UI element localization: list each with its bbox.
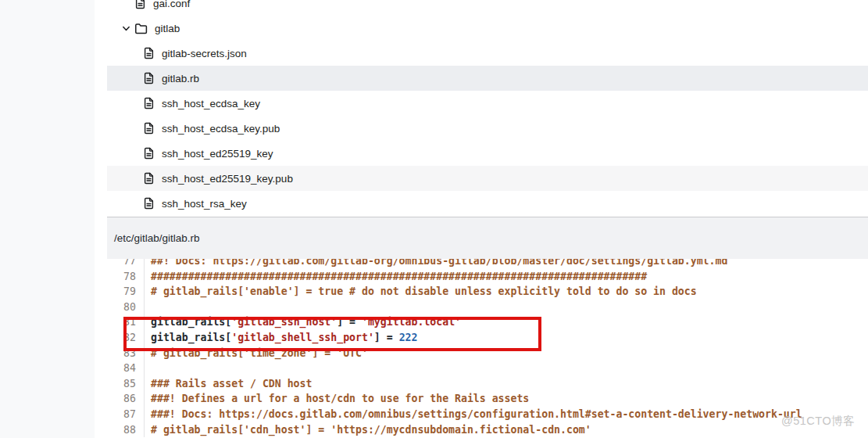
line-number[interactable]: 85 bbox=[107, 376, 145, 392]
code-viewer: 77##! Docs: https://gitlab.com/gitlab-or… bbox=[107, 259, 868, 438]
line-number[interactable]: 77 bbox=[107, 259, 145, 269]
code-line: 77##! Docs: https://gitlab.com/gitlab-or… bbox=[107, 259, 868, 269]
folder-icon bbox=[134, 23, 148, 34]
code-line: 86###! Defines a url for a host/cdn to u… bbox=[107, 391, 868, 407]
tree-item-label: ssh_host_ecdsa_key bbox=[162, 98, 260, 110]
code-line-text: ### Rails asset / CDN host bbox=[145, 376, 312, 392]
file-icon bbox=[143, 122, 155, 135]
tree-item-ssh-host-ed25519-key-pub[interactable]: ssh_host_ed25519_key.pub bbox=[107, 166, 868, 191]
line-number[interactable]: 86 bbox=[107, 391, 145, 407]
code-line-text: ##! Docs: https://gitlab.com/gitlab-org/… bbox=[145, 259, 727, 269]
line-number[interactable]: 87 bbox=[107, 407, 145, 422]
tree-item-ssh-host-rsa-key[interactable]: ssh_host_rsa_key bbox=[107, 191, 868, 216]
tree-item-label: gitlab.rb bbox=[162, 73, 199, 84]
code-line-text: ###! Docs: https://docs.gitlab.com/omnib… bbox=[145, 407, 802, 422]
tree-item-gitlab-secrets-json[interactable]: gitlab-secrets.json bbox=[107, 41, 868, 66]
code-line: 80 bbox=[107, 300, 868, 315]
code-line-text: gitlab_rails['gitlab_ssh_host'] = 'mygit… bbox=[145, 314, 461, 330]
line-number[interactable]: 84 bbox=[107, 361, 145, 376]
tree-item-label: gitlab bbox=[155, 23, 180, 34]
code-line-text: # gitlab_rails['time_zone'] = 'UTC' bbox=[145, 346, 368, 361]
line-number[interactable]: 82 bbox=[107, 330, 145, 346]
file-icon bbox=[143, 147, 155, 160]
file-icon bbox=[143, 72, 155, 84]
tree-item-label: ssh_host_ed25519_key bbox=[162, 148, 273, 160]
code-line-text: ########################################… bbox=[145, 269, 647, 285]
tree-item-ssh-host-ecdsa-key-pub[interactable]: ssh_host_ecdsa_key.pub bbox=[107, 116, 868, 141]
page-left-gutter bbox=[0, 0, 95, 438]
file-tree: gai.confgitlabgitlab-secrets.jsongitlab.… bbox=[107, 0, 868, 217]
tree-item-label: ssh_host_ecdsa_key.pub bbox=[162, 123, 280, 135]
code-line: 88# gitlab_rails['cdn_host'] = 'https://… bbox=[107, 422, 868, 438]
file-icon bbox=[134, 0, 146, 9]
file-icon bbox=[143, 47, 155, 59]
file-path: /etc/gitlab/gitlab.rb bbox=[114, 232, 200, 244]
file-viewer-panel: gai.confgitlabgitlab-secrets.jsongitlab.… bbox=[107, 0, 868, 438]
code-line-text: gitlab_rails['gitlab_shell_ssh_port'] = … bbox=[145, 330, 417, 346]
tree-item-label: gai.conf bbox=[153, 0, 190, 9]
code-line: 82gitlab_rails['gitlab_shell_ssh_port'] … bbox=[107, 330, 868, 346]
line-number[interactable]: 78 bbox=[107, 269, 145, 285]
code-line: 78######################################… bbox=[107, 269, 868, 285]
file-icon bbox=[143, 172, 155, 185]
line-number[interactable]: 80 bbox=[107, 300, 145, 315]
line-number[interactable]: 81 bbox=[107, 314, 145, 330]
code-line: 81gitlab_rails['gitlab_ssh_host'] = 'myg… bbox=[107, 314, 868, 330]
file-icon bbox=[143, 97, 155, 110]
tree-item-ssh-host-ecdsa-key[interactable]: ssh_host_ecdsa_key bbox=[107, 91, 868, 116]
line-number[interactable]: 79 bbox=[107, 284, 145, 300]
code-line: 87###! Docs: https://docs.gitlab.com/omn… bbox=[107, 407, 868, 422]
code-line-text: # gitlab_rails['enable'] = true # do not… bbox=[145, 284, 697, 300]
code-line: 84 bbox=[107, 361, 868, 376]
tree-item-gitlab-rb[interactable]: gitlab.rb bbox=[107, 66, 868, 91]
code-line: 83# gitlab_rails['time_zone'] = 'UTC' bbox=[107, 346, 868, 361]
tree-item-label: ssh_host_ed25519_key.pub bbox=[162, 173, 293, 185]
code-line-text: # gitlab_rails['cdn_host'] = 'https://my… bbox=[145, 422, 591, 438]
file-path-bar: /etc/gitlab/gitlab.rb bbox=[107, 217, 868, 259]
chevron-down-icon[interactable] bbox=[121, 23, 134, 34]
line-number[interactable]: 88 bbox=[107, 422, 145, 438]
tree-item-gitlab[interactable]: gitlab bbox=[107, 16, 868, 41]
code-line-text: ###! Defines a url for a host/cdn to use… bbox=[145, 391, 529, 407]
file-icon bbox=[143, 197, 155, 210]
code-line: 79# gitlab_rails['enable'] = true # do n… bbox=[107, 284, 868, 300]
line-number[interactable]: 83 bbox=[107, 346, 145, 361]
tree-item-ssh-host-ed25519-key[interactable]: ssh_host_ed25519_key bbox=[107, 141, 868, 166]
code-line: 85### Rails asset / CDN host bbox=[107, 376, 868, 392]
code-line-text bbox=[145, 361, 157, 376]
code-line-text bbox=[145, 300, 157, 315]
file-tree-rows: gai.confgitlabgitlab-secrets.jsongitlab.… bbox=[107, 0, 868, 216]
tree-item-gai-conf[interactable]: gai.conf bbox=[107, 0, 868, 16]
tree-item-label: gitlab-secrets.json bbox=[162, 48, 247, 59]
code-lines: 77##! Docs: https://gitlab.com/gitlab-or… bbox=[107, 259, 868, 437]
tree-item-label: ssh_host_rsa_key bbox=[162, 198, 247, 210]
